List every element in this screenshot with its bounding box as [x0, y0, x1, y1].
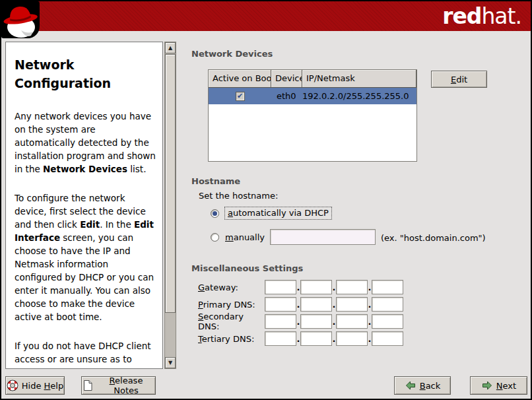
next-button[interactable]: Next: [470, 376, 527, 395]
help-paragraph-1: Any network devices you have on the syst…: [15, 110, 156, 176]
secondary-dns-row: Secondary DNS: ...: [198, 313, 403, 330]
tertiary-dns-octet-1[interactable]: [265, 331, 296, 346]
edit-button[interactable]: Edit: [431, 71, 487, 88]
dhcp-radio-label[interactable]: automatically via DHCP: [224, 207, 332, 220]
network-devices-table: Active on Boot Device IP/Netmask ✔ eth0 …: [208, 69, 417, 162]
tertiary-dns-label: Tertiary DNS:: [198, 334, 265, 344]
primary-dns-row: Primary DNS: ...: [198, 296, 403, 313]
manually-radio[interactable]: [211, 233, 219, 242]
scrollbar-up-icon[interactable]: ▲: [165, 42, 176, 53]
manually-radio-label[interactable]: manually: [225, 232, 265, 242]
secondary-dns-octet-4[interactable]: [372, 314, 403, 329]
help-paragraph-3: If you do not have DHCP client access or…: [15, 339, 156, 369]
primary-dns-label: Primary DNS:: [198, 300, 265, 310]
gateway-row: Gateway: ...: [198, 279, 403, 296]
arrow-left-icon: [405, 380, 416, 391]
secondary-dns-octet-2[interactable]: [300, 314, 332, 329]
column-header-device: Device: [271, 70, 302, 88]
primary-dns-octet-3[interactable]: [336, 297, 368, 312]
release-notes-button[interactable]: Release Notes: [81, 376, 156, 395]
tertiary-dns-row: Tertiary DNS: ...: [198, 330, 403, 347]
hostname-input[interactable]: [270, 229, 376, 245]
hostname-heading: Hostname: [191, 176, 240, 186]
tertiary-dns-octet-4[interactable]: [372, 331, 403, 346]
dhcp-radio[interactable]: [211, 209, 219, 218]
network-devices-heading: Network Devices: [191, 49, 273, 59]
hide-help-button[interactable]: Hide Help: [5, 376, 65, 395]
tertiary-dns-octet-3[interactable]: [336, 331, 368, 346]
help-title: Network Configuration: [15, 55, 156, 92]
device-cell: eth0: [271, 91, 302, 101]
secondary-dns-octet-3[interactable]: [336, 314, 368, 329]
installer-window: redhat. Network Configuration Any networ…: [0, 0, 532, 400]
help-paragraph-2: To configure the network device, first s…: [15, 191, 156, 323]
help-scrollbar[interactable]: ▲ ▼: [164, 42, 176, 369]
misc-settings-grid: Gateway: ... Primary DNS: ... Secondary …: [198, 279, 403, 347]
gateway-label: Gateway:: [198, 283, 265, 292]
life-ring-icon: [7, 380, 18, 391]
gateway-octet-2[interactable]: [300, 280, 332, 294]
table-row[interactable]: ✔ eth0 192.0.2.0/255.255.255.0: [209, 88, 416, 104]
document-icon: [82, 380, 94, 391]
gateway-octet-3[interactable]: [336, 280, 368, 294]
gateway-octet-4[interactable]: [372, 280, 403, 294]
set-hostname-label: Set the hostname:: [199, 191, 278, 201]
misc-settings-heading: Miscellaneous Settings: [191, 263, 303, 273]
help-panel: Network Configuration Any network device…: [5, 42, 163, 369]
column-header-ip-netmask: IP/Netmask: [302, 70, 416, 88]
primary-dns-octet-1[interactable]: [265, 297, 296, 312]
back-button[interactable]: Back: [394, 376, 451, 395]
wordmark-rest: hat.: [481, 3, 521, 29]
column-header-active-on-boot: Active on Boot: [209, 70, 271, 88]
hostname-example-hint: (ex. "host.domain.com"): [381, 233, 486, 243]
active-on-boot-checkbox[interactable]: ✔: [236, 92, 245, 101]
arrow-right-icon: [481, 380, 493, 391]
secondary-dns-octet-1[interactable]: [265, 314, 296, 329]
ip-netmask-cell: 192.0.2.0/255.255.255.0: [302, 91, 416, 101]
redhat-shadowman-logo-icon: [1, 1, 40, 38]
scrollbar-thumb[interactable]: [165, 54, 176, 313]
primary-dns-octet-4[interactable]: [372, 297, 403, 312]
gateway-octet-1[interactable]: [265, 280, 296, 294]
table-header-row: Active on Boot Device IP/Netmask: [209, 70, 416, 88]
scrollbar-down-icon[interactable]: ▼: [165, 357, 176, 368]
primary-dns-octet-2[interactable]: [300, 297, 332, 312]
redhat-wordmark: redhat.: [442, 4, 521, 29]
tertiary-dns-octet-2[interactable]: [300, 331, 332, 346]
wordmark-bold: red: [442, 3, 481, 29]
secondary-dns-label: Secondary DNS:: [198, 312, 265, 331]
